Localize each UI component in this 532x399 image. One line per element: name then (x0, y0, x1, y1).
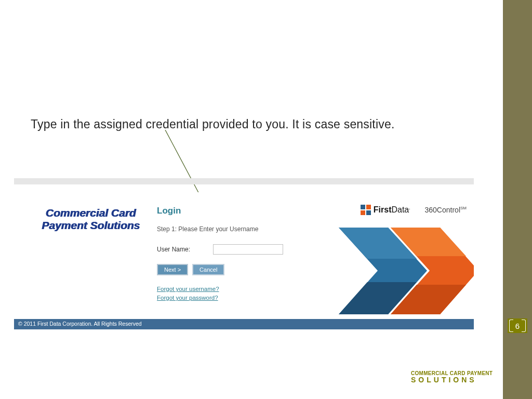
login-panel: Commercial Card Payment Solutions Login … (14, 192, 474, 314)
forgot-username-link[interactable]: Forgot your username? (157, 286, 219, 292)
first-data-icon (361, 205, 371, 215)
slide-side-bar (503, 0, 532, 399)
svg-rect-3 (361, 210, 365, 215)
username-label: User Name: (157, 246, 213, 253)
svg-rect-1 (361, 205, 365, 209)
svg-rect-2 (366, 205, 371, 209)
360control-label: 360ControlSM (425, 206, 467, 214)
login-heading: Login (157, 206, 302, 216)
ccps-line1: Commercial Card (35, 207, 147, 219)
footer-brand: COMMERCIAL CARD PAYMENT SOLUTIONS (411, 370, 504, 383)
ccps-line2: Payment Solutions (35, 219, 147, 232)
chevron-graphic (339, 225, 474, 316)
right-logo-group: FirstData. 360ControlSM (361, 205, 467, 215)
page-number: 6 (515, 322, 520, 330)
login-step-text: Step 1: Please Enter your Username (157, 225, 302, 233)
login-form: Login Step 1: Please Enter your Username… (157, 206, 302, 302)
username-input[interactable] (213, 244, 283, 255)
forgot-password-link[interactable]: Forgot your password? (157, 295, 218, 301)
svg-rect-4 (366, 210, 371, 215)
instruction-text: Type in the assigned credential provided… (31, 117, 395, 131)
cancel-button[interactable]: Cancel (192, 264, 224, 275)
footer-brand-l2: SOLUTIONS (411, 377, 504, 383)
panel-top-band (14, 178, 474, 184)
first-data-logo: FirstData. (361, 205, 410, 215)
fd-thin: Data (391, 205, 409, 214)
next-button[interactable]: Next > (157, 264, 188, 275)
ccps-logo: Commercial Card Payment Solutions (35, 207, 147, 232)
copyright-bar: © 2011 First Data Corporation. All Right… (14, 319, 474, 329)
page-number-badge: 6 (508, 318, 527, 333)
fd-bold: First (374, 205, 392, 214)
